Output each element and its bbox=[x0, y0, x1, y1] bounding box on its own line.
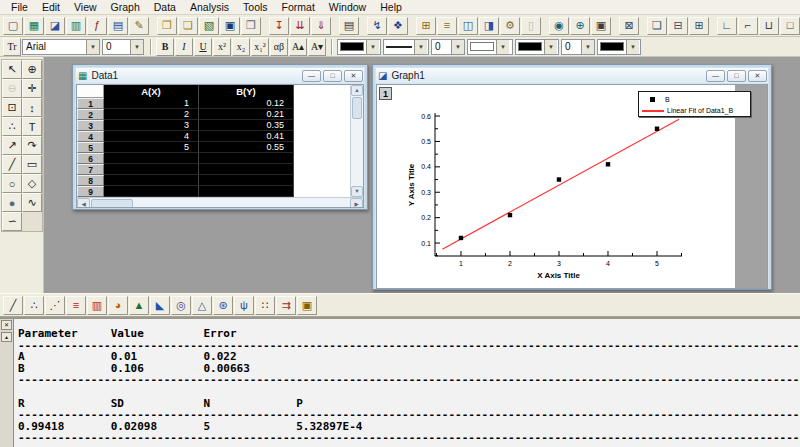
legend[interactable]: B Linear Fit of Data1_B bbox=[638, 91, 751, 117]
increase-font-button[interactable]: A▴ bbox=[289, 38, 307, 56]
rescale-button[interactable]: ◉ bbox=[549, 17, 569, 35]
chevron-down-icon[interactable]: ▼ bbox=[626, 40, 639, 54]
pattern-color-dropdown[interactable]: ▼ bbox=[515, 39, 559, 55]
row-header[interactable]: 9 bbox=[77, 186, 104, 197]
minimize-button[interactable]: — bbox=[302, 70, 321, 82]
cell-a[interactable]: 1 bbox=[104, 98, 199, 109]
row-header[interactable]: 5 bbox=[77, 142, 104, 153]
cell-b[interactable]: 0.12 bbox=[199, 98, 294, 109]
frame-tr-button[interactable]: ⌐ bbox=[738, 17, 758, 35]
maximize-button[interactable]: □ bbox=[323, 70, 342, 82]
line-style-dropdown[interactable]: ▼ bbox=[383, 39, 429, 55]
new-notes-button[interactable]: ✎ bbox=[129, 17, 149, 35]
region-tool[interactable]: ● bbox=[2, 193, 22, 212]
column-header-b[interactable]: B(Y) bbox=[199, 85, 294, 98]
close-icon[interactable]: ✕ bbox=[1, 320, 12, 330]
polar-graph-button[interactable]: ◎ bbox=[171, 296, 191, 315]
new-graph-button[interactable]: ◪ bbox=[45, 17, 65, 35]
greek-button[interactable]: αβ bbox=[270, 38, 288, 56]
chevron-down-icon[interactable]: ▼ bbox=[366, 40, 379, 54]
zoom-graph-button[interactable]: ⊕ bbox=[570, 17, 590, 35]
minimize-button[interactable]: — bbox=[706, 70, 725, 82]
menu-item[interactable]: Format bbox=[275, 1, 322, 13]
cell-b[interactable] bbox=[199, 186, 294, 197]
open-button[interactable]: ❐ bbox=[157, 17, 177, 35]
chevron-down-icon[interactable]: ▼ bbox=[86, 40, 99, 54]
cell-a[interactable] bbox=[104, 164, 199, 175]
fill-area-graph-button[interactable]: ◣ bbox=[150, 296, 170, 315]
menu-item[interactable]: Edit bbox=[35, 1, 67, 13]
subsuperscript-button[interactable]: x₁² bbox=[251, 38, 269, 56]
frame-u-button[interactable]: ⊔ bbox=[759, 17, 779, 35]
cell-a[interactable]: 2 bbox=[104, 109, 199, 120]
decrease-font-button[interactable]: A▾ bbox=[308, 38, 326, 56]
new-project-button[interactable]: ▢ bbox=[3, 17, 23, 35]
custom-routine-button[interactable]: ↯ bbox=[367, 17, 387, 35]
vertical-scrollbar[interactable]: ▲ ▼ bbox=[350, 85, 363, 197]
line-symbol-graph-button[interactable]: ⋰ bbox=[45, 296, 65, 315]
scroll-left-icon[interactable]: ◀ bbox=[77, 198, 90, 208]
arrow-tool[interactable]: ↗ bbox=[2, 136, 22, 155]
ternary-graph-button[interactable]: △ bbox=[192, 296, 212, 315]
scroll-up-icon[interactable]: ▲ bbox=[351, 85, 363, 96]
maximize-button[interactable]: □ bbox=[727, 70, 746, 82]
vector-graph-button[interactable]: ⇉ bbox=[276, 296, 296, 315]
bold-button[interactable]: B bbox=[156, 38, 174, 56]
cell-a[interactable] bbox=[104, 153, 199, 164]
data-reader-tool[interactable]: ↕ bbox=[22, 98, 42, 117]
cell-b[interactable]: 0.41 bbox=[199, 131, 294, 142]
polyline-tool[interactable]: ∿ bbox=[22, 193, 42, 212]
zoom-out-tool[interactable]: ⊖ bbox=[2, 79, 22, 98]
results-log-button[interactable]: ≡ bbox=[437, 17, 457, 35]
close-button[interactable]: ✕ bbox=[344, 70, 363, 82]
code-builder-button[interactable]: ◨ bbox=[479, 17, 499, 35]
menu-item[interactable]: Graph bbox=[104, 1, 147, 13]
worksheet-corner-cell[interactable] bbox=[77, 85, 104, 98]
resize-canvas-button[interactable]: ⊠ bbox=[619, 17, 639, 35]
frame-box-button[interactable]: □ bbox=[780, 17, 800, 35]
open-excel-button[interactable]: ▧ bbox=[199, 17, 219, 35]
area-graph-button[interactable]: ▲ bbox=[129, 296, 149, 315]
cell-a[interactable]: 5 bbox=[104, 142, 199, 153]
scrollbar-thumb[interactable] bbox=[352, 97, 362, 119]
save-button[interactable]: ▣ bbox=[220, 17, 240, 35]
chevron-down-icon[interactable]: ▼ bbox=[496, 40, 509, 54]
cell-b[interactable] bbox=[199, 164, 294, 175]
italic-button[interactable]: I bbox=[175, 38, 193, 56]
data-selector-tool[interactable]: ⊡ bbox=[2, 98, 22, 117]
row-header[interactable]: 4 bbox=[77, 131, 104, 142]
new-layout-button[interactable]: ▤ bbox=[108, 17, 128, 35]
cell-a[interactable]: 4 bbox=[104, 131, 199, 142]
fill-pattern-dropdown[interactable]: ▼ bbox=[467, 39, 513, 55]
menu-item[interactable]: Window bbox=[322, 1, 373, 13]
line-tool[interactable]: ╱ bbox=[2, 155, 22, 174]
tile-horizontal-button[interactable]: ⊟ bbox=[668, 17, 688, 35]
stock-graph-button[interactable]: ψ bbox=[234, 296, 254, 315]
row-header[interactable]: 8 bbox=[77, 175, 104, 186]
text-tool[interactable]: T bbox=[22, 117, 42, 136]
data1-titlebar[interactable]: ▦ Data1 — □ ✕ bbox=[76, 68, 364, 83]
import-multiple-button[interactable]: ⇊ bbox=[290, 17, 310, 35]
new-worksheet-button[interactable]: ▦ bbox=[24, 17, 44, 35]
chevron-down-icon[interactable]: ▼ bbox=[544, 40, 557, 54]
subscript-button[interactable]: x₂ bbox=[232, 38, 250, 56]
pointer-tool[interactable]: ↖ bbox=[2, 60, 22, 79]
polygon-tool[interactable]: ◇ bbox=[22, 174, 42, 193]
frame-bl-button[interactable]: ∟ bbox=[717, 17, 737, 35]
horizontal-scrollbar[interactable]: ◀ ▶ bbox=[77, 197, 363, 208]
font-family-dropdown[interactable]: Arial ▼ bbox=[22, 39, 100, 55]
line-width-dropdown[interactable]: 0 ▼ bbox=[431, 39, 465, 55]
screen-reader-tool[interactable]: ✛ bbox=[22, 79, 42, 98]
menu-item[interactable]: Data bbox=[147, 1, 183, 13]
rectangle-tool[interactable]: ▭ bbox=[22, 155, 42, 174]
layer1-button[interactable]: 1 bbox=[379, 87, 392, 100]
graph-template-button[interactable]: ▣ bbox=[297, 296, 317, 315]
graph1-titlebar[interactable]: ◪ Graph1 — □ ✕ bbox=[376, 68, 768, 83]
bar-graph-button[interactable]: ≡ bbox=[66, 296, 86, 315]
chevron-down-icon[interactable]: ▼ bbox=[414, 40, 427, 54]
scatter-matrix-button[interactable]: ∷ bbox=[255, 296, 275, 315]
line-graph-button[interactable]: ╱ bbox=[3, 296, 23, 315]
superscript-button[interactable]: x² bbox=[213, 38, 231, 56]
draw-data-tool[interactable]: ∴ bbox=[2, 117, 22, 136]
text-color-dropdown[interactable]: ▼ bbox=[337, 39, 381, 55]
